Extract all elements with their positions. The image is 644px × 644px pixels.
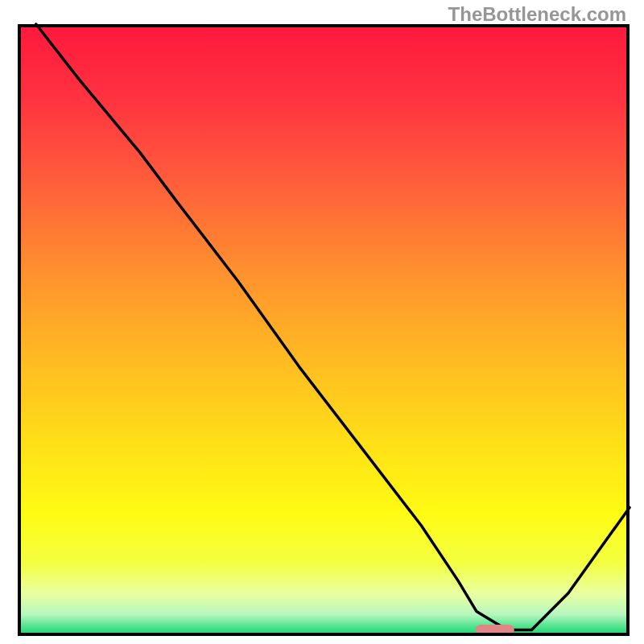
watermark-text: TheBottleneck.com [448,3,626,26]
chart-container: TheBottleneck.com [0,0,644,644]
chart-svg [0,0,644,644]
